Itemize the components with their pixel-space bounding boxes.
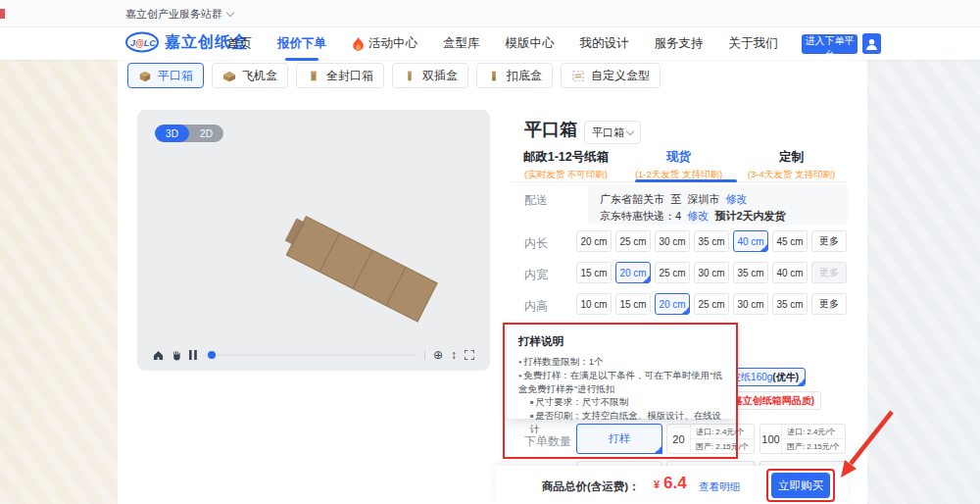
box-type-select-value: 平口箱 — [592, 126, 624, 140]
shipping-label: 配送 — [524, 192, 548, 209]
domestic-price: 国产:2.15元/个 — [691, 438, 754, 453]
length-option[interactable]: 35 cm — [694, 230, 729, 252]
length-option-selected[interactable]: 40 cm✓ — [733, 230, 768, 252]
nav-item-template-center[interactable]: 模版中心 — [506, 35, 555, 52]
tab-in-stock[interactable]: 现货 (1-2天发货 支持印刷) — [622, 149, 735, 181]
width-option[interactable]: 35 cm — [733, 262, 768, 283]
jlc-logo-icon: J@LC — [125, 31, 159, 53]
custom-box-icon — [571, 70, 585, 82]
home-icon[interactable] — [153, 350, 164, 361]
height-more-button[interactable]: 更多 — [811, 293, 847, 315]
viewer-controls: ⊕ ↕ — [153, 347, 474, 363]
box-tab-custom-box[interactable]: 自定义盒型 — [561, 63, 661, 88]
buy-now-button[interactable]: 立即购买 — [771, 473, 830, 498]
nav-item-box-library[interactable]: 盒型库 — [443, 35, 480, 52]
slider-handle[interactable] — [208, 351, 216, 359]
length-option[interactable]: 20 cm — [576, 230, 612, 252]
proofing-info-tooltip: 打样说明 打样数量限制：1个 免费打样：在满足以下条件，可在下单时使用“纸盒免费… — [507, 326, 736, 419]
view-mode-toggle: 3D 2D — [155, 125, 223, 142]
inner-height-options: 10 cm 15 cm 20 cm✓ 25 cm 30 cm 35 cm 更多 — [576, 293, 847, 315]
box-icon — [307, 70, 320, 82]
nav-menu: 首页 报价下单 活动中心 盒型库 模版中心 我的设计 服务支持 关于我们 — [227, 27, 778, 60]
nav-item-support[interactable]: 服务支持 — [655, 35, 704, 52]
width-option[interactable]: 15 cm — [576, 262, 612, 283]
divider — [424, 350, 425, 360]
box-tab-full-seal-box[interactable]: 全封口箱 — [296, 63, 384, 88]
page-title: 平口箱 — [524, 118, 577, 141]
cardboard-3d-model[interactable] — [274, 213, 461, 340]
currency-symbol: ¥ — [654, 479, 660, 490]
box-type-tabs: 平口箱 飞机盒 全封口箱 双插盒 扣底盒 自定义盒型 — [127, 63, 661, 88]
width-option-selected[interactable]: 20 cm✓ — [615, 262, 651, 283]
modify-courier-link[interactable]: 修改 — [687, 210, 709, 222]
navbar: J@LC 嘉立创纸盒 首页 报价下单 活动中心 盒型库 模版中心 我的设计 服务… — [0, 27, 980, 60]
user-avatar[interactable] — [862, 33, 881, 54]
modify-route-link[interactable]: 修改 — [725, 193, 747, 205]
import-price: 进口:2.4元/个 — [782, 425, 845, 438]
tooltip-subline: 是否印刷：支持空白纸盒、模版设计、在线设计 — [518, 409, 724, 436]
height-option[interactable]: 35 cm — [772, 293, 808, 315]
flame-icon — [352, 37, 365, 51]
nav-item-home[interactable]: 首页 — [227, 35, 252, 52]
inner-width-options: 15 cm 20 cm✓ 25 cm 30 cm 35 cm 40 cm 更多 — [576, 262, 847, 283]
nav-item-my-designs[interactable]: 我的设计 — [580, 35, 629, 52]
site-group-menu[interactable]: 嘉立创产业服务站群 — [125, 7, 233, 22]
width-option[interactable]: 40 cm — [772, 262, 808, 283]
chevron-down-icon — [626, 126, 634, 134]
box-tab-snap-bottom-box[interactable]: 扣底盒 — [476, 63, 553, 88]
top-strip: 嘉立创产业服务站群 — [0, 0, 980, 27]
width-more-button[interactable]: 更多 — [811, 262, 847, 283]
inner-length-label: 内长 — [524, 235, 548, 252]
total-price-label: 商品总价(含运费)： — [542, 479, 640, 494]
check-corner-icon: ✓ — [681, 306, 690, 315]
box-icon — [222, 70, 236, 82]
width-option[interactable]: 30 cm — [694, 262, 729, 283]
length-option[interactable]: 45 cm — [772, 230, 808, 252]
height-option-selected[interactable]: 20 cm✓ — [655, 293, 690, 315]
site-group-label: 嘉立创产业服务站群 — [125, 7, 222, 22]
check-corner-icon: ✓ — [654, 445, 662, 454]
order-summary-bar: 商品总价(含运费)： ¥ 6.4 查看明细 立即购买 — [495, 466, 848, 504]
nav-item-activity[interactable]: 活动中心 — [352, 35, 417, 52]
length-option[interactable]: 25 cm — [615, 230, 651, 252]
user-icon — [866, 38, 877, 50]
box-tab-double-insert-box[interactable]: 双插盒 — [392, 63, 468, 88]
hand-pan-icon[interactable] — [172, 350, 181, 361]
tab-postal-boxes[interactable]: 邮政1-12号纸箱 (实时发货 不可印刷) — [510, 149, 622, 181]
pause-icon[interactable] — [189, 350, 197, 360]
tab-custom-made[interactable]: 定制 (3-4天发货 支持印刷) — [735, 149, 848, 181]
inner-width-label: 内宽 — [524, 267, 548, 283]
height-option[interactable]: 25 cm — [694, 293, 729, 315]
screen: 嘉立创产业服务站群 J@LC 嘉立创纸盒 首页 报价下单 活动中心 盒型库 模版 — [0, 0, 980, 504]
height-option[interactable]: 30 cm — [733, 293, 768, 315]
check-corner-icon: ✓ — [642, 275, 651, 283]
width-option[interactable]: 25 cm — [655, 262, 690, 283]
height-option[interactable]: 15 cm — [615, 293, 651, 315]
view-detail-link[interactable]: 查看明细 — [699, 480, 740, 494]
globe-icon[interactable]: ⊕ — [433, 349, 443, 361]
box-icon — [403, 70, 416, 82]
length-more-button[interactable]: 更多 — [811, 230, 847, 252]
shipping-courier: 京东特惠快递：4 修改 预计2天内发货 — [600, 209, 836, 224]
box-tab-mailer-box[interactable]: 飞机盒 — [212, 63, 288, 88]
updown-arrows-icon[interactable]: ↕ — [451, 349, 457, 361]
inner-length-options: 20 cm 25 cm 30 cm 35 cm 40 cm✓ 45 cm 更多 — [576, 230, 847, 252]
box-icon — [138, 70, 152, 82]
toggle-2d[interactable]: 2D — [189, 125, 223, 142]
height-option[interactable]: 10 cm — [576, 293, 612, 315]
rotation-slider[interactable] — [205, 354, 416, 356]
fullscreen-icon[interactable] — [465, 350, 474, 360]
enter-platform-button[interactable]: 进入下单平台 — [802, 34, 858, 54]
shipping-eta: 预计2天内发货 — [714, 210, 785, 222]
length-option[interactable]: 30 cm — [655, 230, 690, 252]
toggle-3d[interactable]: 3D — [155, 125, 189, 142]
tooltip-subline: 尺寸要求：尺寸不限制 — [518, 395, 724, 409]
nav-item-quote-order[interactable]: 报价下单 — [277, 35, 326, 52]
box-type-select[interactable]: 平口箱 — [584, 121, 641, 144]
shipping-info-box: 广东省韶关市 至 深圳市 修改 京东特惠快递：4 修改 预计2天内发货 — [588, 185, 848, 225]
active-tab-underline — [635, 179, 737, 182]
box-tab-flat-box[interactable]: 平口箱 — [127, 63, 204, 88]
inner-height-label: 内高 — [524, 298, 548, 315]
quantity-option-100[interactable]: 100 进口:2.4元/个 国产:2.15元/个 — [760, 424, 846, 454]
nav-item-about[interactable]: 关于我们 — [729, 35, 778, 52]
